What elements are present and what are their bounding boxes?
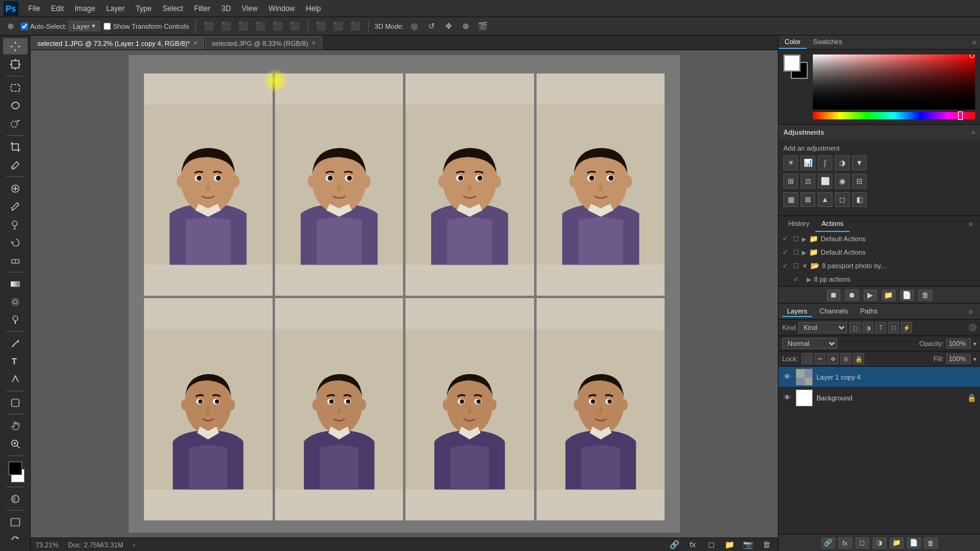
channels-tab[interactable]: Channels [815,306,853,317]
history-tab[interactable]: History [782,216,815,232]
menu-file[interactable]: File [23,3,45,14]
action-item-4[interactable]: ✓ ▶ 8 pp actions [778,272,980,286]
adj-curves-icon[interactable]: ∫ [818,156,832,170]
menu-type[interactable]: Type [130,3,156,14]
3d-roll-icon[interactable]: ↺ [424,20,438,33]
path-select-tool[interactable] [3,371,28,388]
adj-invert-icon[interactable]: ◧ [852,192,867,207]
fg-swatch[interactable] [783,54,801,72]
fill-chevron[interactable]: ▾ [973,356,976,362]
layers-tab[interactable]: Layers [782,306,812,317]
hand-tool[interactable] [3,418,28,434]
layer-dropdown[interactable]: Layer ▾ [69,21,100,31]
menu-window[interactable]: Window [264,3,300,14]
adj-gradient-icon[interactable]: ▦ [783,192,798,207]
action-expand-3[interactable]: ▼ [802,263,808,269]
bottom-fx-icon[interactable]: fx [686,538,699,552]
menu-view[interactable]: View [237,3,263,14]
tab-close-1[interactable]: × [194,40,197,47]
fill-input[interactable] [946,354,971,364]
distribute-icon-1[interactable]: ⬛ [314,20,328,33]
action-play-btn[interactable]: ▶ [864,290,877,301]
eyedropper-tool[interactable] [3,157,28,173]
3d-pan-icon[interactable]: ✥ [442,20,455,33]
brush-tool[interactable] [3,198,28,215]
filter-type-icon[interactable]: T [875,322,886,333]
action-delete-btn[interactable]: 🗑 [919,290,932,301]
move-tool[interactable] [3,38,28,54]
crop-tool[interactable] [3,139,28,156]
quick-selection-tool[interactable] [3,115,28,132]
align-vertical-centers-icon[interactable]: ⬛ [219,20,233,33]
layer-new-btn[interactable]: 📄 [907,538,921,549]
menu-filter[interactable]: Filter [189,3,216,14]
filter-adjust-icon[interactable]: ◑ [862,322,873,333]
menu-edit[interactable]: Edit [46,3,69,14]
3d-slide-icon[interactable]: ⊕ [459,20,472,33]
history-brush-tool[interactable] [3,234,28,250]
bottom-link-icon[interactable]: 🔗 [668,538,681,552]
adj-colorbalance-icon[interactable]: ⚖ [801,174,815,189]
shape-tool[interactable] [3,394,28,411]
tab-selected1[interactable]: selected 1.JPG @ 73.2% (Layer 1 copy 4, … [31,36,204,50]
lock-image-btn[interactable]: ✏ [815,353,826,364]
3d-rotate-icon[interactable]: ◎ [407,20,421,33]
layer-visibility-2[interactable]: 👁 [782,393,792,403]
filter-toggle[interactable] [969,324,976,331]
lock-transparent-btn[interactable]: ⬚ [802,353,813,364]
tab-close-2[interactable]: × [312,40,315,47]
action-expand-2[interactable]: ▶ [802,249,807,256]
canvas-container[interactable] [31,50,778,538]
gradient-tool[interactable] [3,276,28,292]
layers-kind-select[interactable]: Kind Name Effect Mode Attribute Color [798,322,847,333]
lock-artboard-btn[interactable]: ⊞ [840,353,851,364]
eraser-tool[interactable] [3,252,28,269]
color-hue-bar[interactable] [813,112,975,119]
text-tool[interactable]: T [3,353,28,369]
layer-adjustment-btn[interactable]: ◑ [873,538,886,549]
opacity-chevron[interactable]: ▾ [973,340,976,347]
actions-panel-menu-icon[interactable]: ≡ [965,220,976,228]
align-left-edges-icon[interactable]: ⬛ [254,20,267,33]
show-transform-checkbox[interactable] [104,23,111,30]
3d-scale-icon[interactable]: 🎬 [476,20,489,33]
paths-tab[interactable]: Paths [856,306,883,317]
pen-tool[interactable] [3,335,28,351]
action-expand-1[interactable]: ▶ [802,236,807,242]
adj-posterize-icon[interactable]: ◻ [835,192,850,207]
lasso-tool[interactable] [3,97,28,114]
swatches-tab[interactable]: Swatches [807,36,848,49]
bottom-mask-icon[interactable]: ◻ [704,538,718,552]
bottom-trash-icon[interactable]: 🗑 [760,538,773,552]
layer-fx-btn[interactable]: fx [839,538,852,549]
action-item-1[interactable]: ✓ ☐ ▶ 📁 Default Actions [778,232,980,246]
menu-help[interactable]: Help [301,3,326,14]
status-arrow[interactable]: › [133,541,135,549]
action-expand-4[interactable]: ▶ [807,276,812,283]
layer-delete-btn[interactable]: 🗑 [924,538,938,549]
align-right-edges-icon[interactable]: ⬛ [288,20,301,33]
menu-3d[interactable]: 3D [216,3,235,14]
foreground-color-swatch[interactable] [9,462,22,475]
tab-selected2[interactable]: selected.JPG @ 8.33% (RGB/8) × [205,36,322,50]
layer-item-2[interactable]: 👁 Background 🔒 [778,388,980,408]
align-bottom-edges-icon[interactable]: ⬛ [236,20,250,33]
menu-image[interactable]: Image [70,3,100,14]
dodge-tool[interactable] [3,312,28,328]
action-item-2[interactable]: ✓ ☐ ▶ 📁 Default Actions [778,246,980,259]
bottom-camera-icon[interactable]: 📷 [741,538,755,552]
color-tab[interactable]: Color [778,36,807,49]
blur-tool[interactable] [3,293,28,310]
adj-brightness-icon[interactable]: ☀ [783,156,798,170]
adj-exposure-icon[interactable]: ◑ [835,156,850,170]
quick-mask-tool[interactable] [3,490,28,507]
clone-stamp-tool[interactable] [3,216,28,233]
adjustments-panel-header[interactable]: Adjustments ≡ [778,125,980,140]
lock-all-btn[interactable]: 🔒 [853,353,864,364]
layers-menu-icon[interactable]: ≡ [965,308,976,315]
color-panel-menu-icon[interactable]: ≡ [969,39,980,46]
adj-threshold-icon[interactable]: ▲ [818,192,832,207]
distribute-icon-2[interactable]: ⬛ [331,20,345,33]
adj-photofilter-icon[interactable]: ◉ [835,174,850,189]
adj-levels-icon[interactable]: 📊 [801,156,815,170]
